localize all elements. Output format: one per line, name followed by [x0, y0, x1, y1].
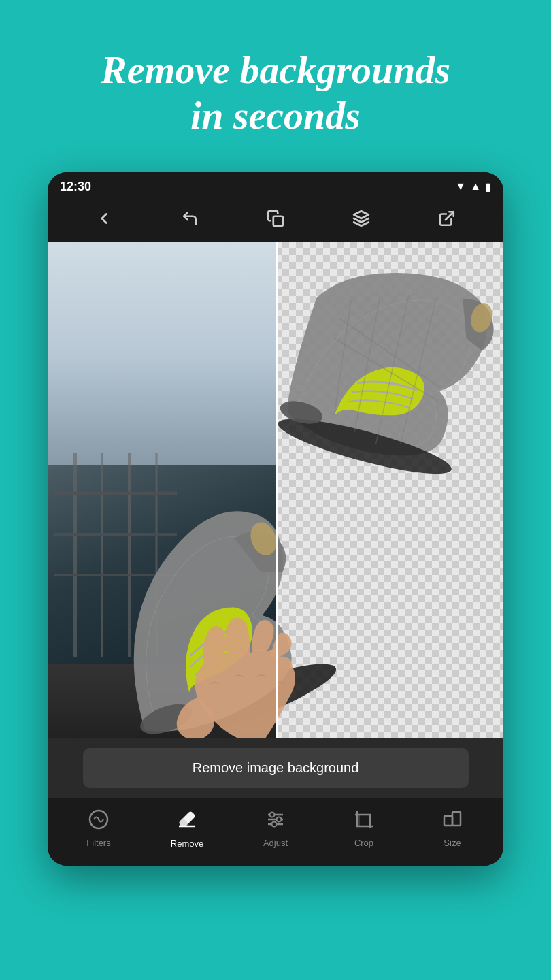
status-bar: 12:30 ▼ ▲ ▮ [48, 172, 503, 198]
nav-item-remove[interactable]: Remove [143, 808, 231, 849]
divider-line [276, 242, 278, 738]
status-icons: ▼ ▲ ▮ [455, 180, 491, 193]
undo-icon[interactable] [176, 205, 203, 232]
svg-point-25 [270, 812, 275, 817]
filters-label: Filters [86, 838, 110, 848]
headline-line1: Remove backgrounds [101, 48, 450, 92]
remove-background-button[interactable]: Remove image background [83, 748, 469, 788]
image-area [48, 242, 503, 738]
battery-icon: ▮ [485, 180, 491, 193]
svg-marker-1 [354, 212, 369, 219]
adjust-icon [265, 809, 286, 834]
svg-rect-30 [359, 815, 370, 826]
nav-item-crop[interactable]: Crop [320, 809, 408, 848]
remove-btn-area: Remove image background [48, 738, 503, 798]
bottom-nav: Filters Remove [48, 798, 503, 866]
crop-icon [354, 809, 374, 834]
svg-rect-31 [444, 816, 452, 826]
remove-icon [176, 808, 198, 835]
wifi-icon: ▼ [455, 180, 466, 193]
adjust-label: Adjust [263, 838, 288, 848]
svg-rect-32 [452, 812, 461, 826]
svg-point-29 [272, 821, 277, 826]
nav-item-filters[interactable]: Filters [54, 809, 143, 848]
svg-line-2 [446, 212, 454, 220]
size-icon [442, 809, 463, 834]
headline-line2: in seconds [190, 93, 361, 137]
size-label: Size [444, 838, 461, 848]
export-icon[interactable] [433, 205, 461, 232]
toolbar [48, 198, 503, 242]
remove-label: Remove [171, 838, 203, 849]
headline: Remove backgrounds in seconds [60, 0, 491, 172]
svg-rect-0 [273, 216, 283, 226]
svg-point-27 [277, 817, 282, 821]
filters-icon [88, 809, 109, 834]
copy-icon[interactable] [262, 205, 289, 232]
layers-icon[interactable] [348, 205, 375, 232]
status-time: 12:30 [60, 180, 91, 194]
back-icon[interactable] [90, 205, 118, 232]
crop-label: Crop [354, 838, 373, 848]
nav-item-size[interactable]: Size [408, 809, 497, 848]
nav-item-adjust[interactable]: Adjust [231, 809, 320, 848]
signal-icon: ▲ [470, 180, 481, 193]
phone-frame: 12:30 ▼ ▲ ▮ [48, 172, 503, 866]
